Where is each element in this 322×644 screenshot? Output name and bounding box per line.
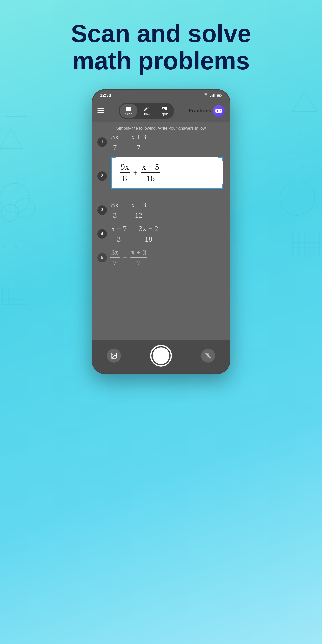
math-expr-2: 9x 8 + x − 5 16 xyxy=(120,162,215,183)
svg-point-3 xyxy=(1,204,18,222)
svg-text:B: B xyxy=(302,165,304,169)
phone-body: 12:30 xyxy=(92,89,230,374)
svg-text:C: C xyxy=(5,257,8,261)
svg-point-2 xyxy=(0,183,30,213)
svg-marker-1 xyxy=(0,129,22,148)
svg-point-36 xyxy=(112,354,114,355)
flash-off-button[interactable] xyxy=(201,349,215,362)
tab-draw[interactable]: Draw xyxy=(138,104,155,118)
gallery-icon xyxy=(110,352,118,359)
problem-number-3: 3 xyxy=(97,205,107,215)
scan-corner-tr xyxy=(218,156,224,162)
svg-rect-28 xyxy=(212,95,212,97)
svg-rect-33 xyxy=(222,95,222,96)
instruction-text: Simplify the following. Write your answe… xyxy=(92,122,230,133)
svg-text:A: A xyxy=(300,132,303,137)
svg-rect-29 xyxy=(213,94,214,97)
phone-mockup: 12:30 xyxy=(92,89,230,374)
keyboard-icon xyxy=(161,106,167,112)
hamburger-menu[interactable] xyxy=(97,108,104,113)
math-expr-3: 8x 3 + x − 3 12 xyxy=(110,201,148,220)
scan-corner-tl xyxy=(112,156,116,162)
svg-rect-0 xyxy=(5,94,27,116)
scan-corner-br xyxy=(218,184,224,189)
shutter-button[interactable] xyxy=(150,345,172,366)
svg-text:2: 2 xyxy=(15,244,17,248)
tab-group: Scan Draw Input xyxy=(119,103,174,119)
status-time: 12:30 xyxy=(100,93,111,98)
problem-number-1: 1 xyxy=(97,138,107,147)
status-bar: 12:30 xyxy=(92,90,230,101)
top-bar: Scan Draw Input Fraction xyxy=(92,101,230,122)
svg-rect-20 xyxy=(292,233,320,255)
tab-input-label: Input xyxy=(161,112,168,116)
svg-marker-15 xyxy=(292,92,317,112)
svg-point-19 xyxy=(280,181,314,216)
tab-input[interactable]: Input xyxy=(156,104,173,118)
signal-icon xyxy=(210,94,215,97)
svg-rect-27 xyxy=(210,96,211,97)
highlighted-problem-2: 9x 8 + x − 5 16 xyxy=(112,156,224,189)
shutter-inner xyxy=(152,347,170,364)
gallery-button[interactable] xyxy=(107,349,121,362)
problem-number-2: 2 xyxy=(97,172,107,181)
svg-rect-30 xyxy=(214,94,215,97)
math-expr-4: x + 7 3 + 3x − 2 18 xyxy=(110,224,159,243)
game-badge[interactable] xyxy=(213,105,225,117)
problem-row-5: 5 3x 7 + x + 3 7 xyxy=(92,248,230,267)
svg-rect-8 xyxy=(2,285,27,305)
draw-icon xyxy=(144,106,149,112)
hero-section: Scan and solve math problems xyxy=(51,20,271,74)
svg-text:−: − xyxy=(290,150,292,154)
page-title: Scan and solve math problems xyxy=(71,20,251,74)
svg-point-4 xyxy=(15,198,35,218)
problem-row-4: 4 x + 7 3 + 3x − 2 18 xyxy=(92,224,230,243)
math-expr-5: 3x 7 + x + 3 7 xyxy=(110,248,148,267)
tab-scan[interactable]: Scan xyxy=(120,104,137,118)
math-expr-1: 3x 7 + x + 3 7 xyxy=(110,133,148,152)
flash-off-icon xyxy=(204,352,212,359)
svg-rect-32 xyxy=(217,94,220,96)
bottom-controls xyxy=(92,340,230,374)
wifi-icon xyxy=(203,94,208,97)
scan-corner-bl xyxy=(112,184,116,189)
problem-row-2: 2 9x 8 + x − 5 16 xyxy=(92,156,230,196)
camera-icon xyxy=(126,106,132,112)
camera-view: Simplify the following. Write your answe… xyxy=(92,122,230,340)
status-icons xyxy=(203,94,222,97)
gamepad-icon xyxy=(215,108,222,114)
problem-row-3: 3 8x 3 + x − 3 12 xyxy=(92,201,230,220)
problem-number-4: 4 xyxy=(97,229,107,238)
problem-number-5: 5 xyxy=(97,253,107,262)
battery-icon xyxy=(217,94,222,97)
tab-scan-label: Scan xyxy=(125,112,132,116)
svg-text:1: 1 xyxy=(2,244,4,248)
subject-label: Fractions xyxy=(189,108,211,114)
problem-row-1: 1 3x 7 + x + 3 7 xyxy=(92,133,230,152)
tab-draw-label: Draw xyxy=(143,112,150,116)
fractions-badge: Fractions xyxy=(189,105,225,117)
